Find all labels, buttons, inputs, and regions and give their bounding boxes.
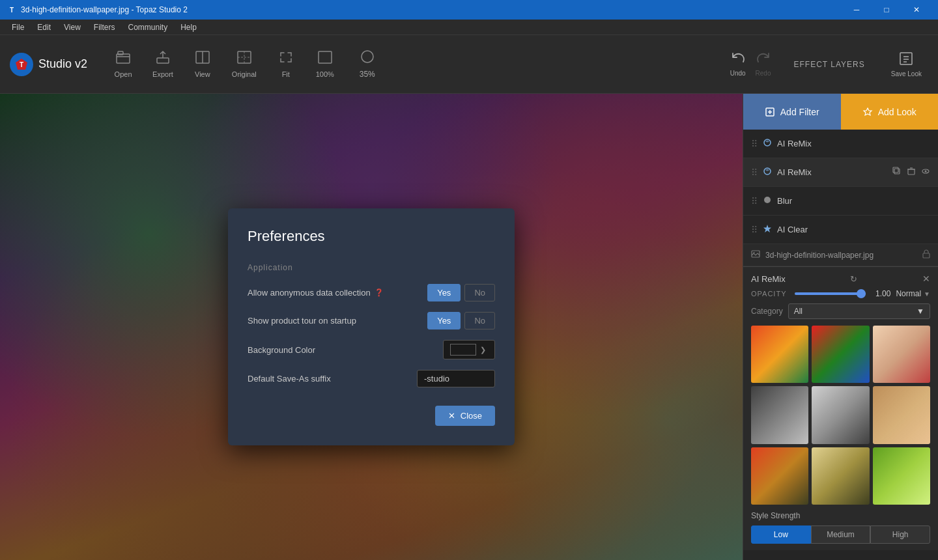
anon-yes-button[interactable]: Yes (427, 284, 461, 301)
undo-button[interactable]: Undo (727, 49, 749, 80)
pref-row-suffix: Default Save-As suffix (248, 370, 495, 387)
source-image-icon (751, 249, 760, 260)
maximize-button[interactable]: □ (872, 0, 902, 20)
layer-delete-icon[interactable] (907, 167, 916, 178)
help-icon-anonymous[interactable]: ❓ (375, 288, 384, 297)
category-chevron-icon: ▼ (917, 307, 924, 316)
thumbnail-6[interactable] (873, 386, 930, 443)
strength-high-button[interactable]: High (870, 525, 930, 544)
layer-name-remix-2: AI ReMix (777, 167, 892, 177)
pref-label-suffix: Default Save-As suffix (248, 374, 417, 384)
zoom100-button[interactable]: 100% (309, 47, 341, 81)
blur-icon (763, 195, 772, 206)
opacity-thumb[interactable] (857, 289, 866, 298)
layer-copy-icon[interactable] (892, 167, 902, 178)
close-button[interactable]: ✕ (902, 0, 931, 20)
thumbnail-4[interactable] (751, 386, 808, 443)
menu-help[interactable]: Help (174, 21, 203, 33)
view-icon (195, 50, 210, 68)
fit-label: Fit (282, 70, 290, 78)
strength-low-button[interactable]: Low (751, 525, 811, 544)
modal-overlay: Preferences Application Allow anonymous … (0, 94, 743, 560)
thumbnail-2[interactable] (812, 326, 869, 383)
svg-rect-26 (908, 169, 915, 175)
undo-icon (731, 52, 745, 68)
thumbnail-5[interactable] (812, 386, 869, 443)
opacity-label: OPACITY (751, 290, 786, 298)
pref-controls-suffix (417, 370, 495, 387)
add-look-button[interactable]: Add Look (841, 94, 939, 130)
thumbnail-1[interactable] (751, 326, 808, 383)
color-swatch (450, 344, 476, 356)
menu-view[interactable]: View (57, 21, 87, 33)
layer-item-remix-2[interactable]: ⠿ AI ReMix (743, 158, 938, 187)
window-controls: ─ □ ✕ (842, 0, 931, 20)
category-row: Category All ▼ (751, 303, 930, 319)
close-label: Close (461, 411, 482, 421)
layer-item-blur[interactable]: ⠿ Blur (743, 187, 938, 216)
logo-text: Studio v2 (38, 57, 87, 71)
close-button[interactable]: ✕ Close (435, 406, 495, 426)
svg-rect-24 (894, 169, 900, 174)
layer-visibility-icon[interactable] (921, 167, 930, 178)
aiclear-icon (763, 224, 772, 235)
svg-point-30 (925, 171, 927, 173)
minimize-button[interactable]: ─ (842, 0, 872, 20)
svg-point-31 (764, 197, 771, 203)
pref-label-tour: Show product tour on startup (248, 316, 427, 326)
thumbnail-7[interactable] (751, 447, 808, 505)
save-suffix-input[interactable] (417, 370, 495, 387)
canvas-area: Preferences Application Allow anonymous … (0, 94, 743, 560)
zoom100-label: 100% (316, 70, 334, 78)
menu-community[interactable]: Community (122, 21, 175, 33)
color-picker-button[interactable]: ❯ (443, 340, 495, 359)
menu-file[interactable]: File (5, 21, 31, 33)
pref-row-tour: Show product tour on startup Yes No (248, 312, 495, 329)
zoom-circle-icon (360, 49, 375, 67)
layer-item-remix-1[interactable]: ⠿ AI ReMix (743, 130, 938, 158)
pref-label-bgcolor: Background Color (248, 345, 443, 355)
svg-point-13 (362, 51, 373, 63)
effect-layers-panel: ⠿ AI ReMix ⠿ AI ReMix (743, 130, 938, 560)
fit-button[interactable]: Fit (270, 47, 302, 81)
svg-rect-6 (157, 58, 169, 63)
export-label: Export (152, 70, 173, 78)
save-look-label: Save Look (891, 70, 922, 77)
redo-button[interactable]: Redo (752, 49, 775, 80)
svg-rect-5 (118, 51, 123, 55)
thumbnail-3[interactable] (873, 326, 930, 383)
tour-yes-button[interactable]: Yes (427, 312, 461, 329)
blend-mode-selector[interactable]: Normal ▼ (896, 289, 930, 298)
toolbar-right: Undo Redo EFFECT LAYERS Save Look (727, 48, 928, 81)
export-button[interactable]: Export (146, 47, 180, 81)
remix-details-panel: AI ReMix ↻ ✕ OPACITY 1.00 Normal ▼ (743, 266, 938, 550)
strength-medium-button[interactable]: Medium (811, 525, 871, 544)
tour-no-button[interactable]: No (464, 312, 495, 329)
redo-label: Redo (756, 70, 771, 77)
pref-row-bgcolor: Background Color ❯ (248, 340, 495, 359)
fit-icon (278, 50, 294, 68)
blend-mode-value: Normal (896, 289, 921, 298)
layer-item-aiclear[interactable]: ⠿ AI Clear (743, 216, 938, 244)
opacity-slider[interactable] (795, 292, 866, 295)
anon-no-button[interactable]: No (464, 284, 495, 301)
remix-close-icon[interactable]: ✕ (922, 273, 930, 284)
thumbnail-9[interactable] (873, 447, 930, 505)
menu-edit[interactable]: Edit (31, 21, 57, 33)
thumbnail-8[interactable] (812, 447, 869, 505)
layer-name-blur: Blur (777, 196, 930, 206)
undo-redo-group: Undo Redo (727, 49, 775, 80)
open-button[interactable]: Open (107, 47, 139, 81)
svg-rect-4 (117, 54, 130, 63)
original-button[interactable]: Original (225, 47, 263, 81)
effect-layers-label: EFFECT LAYERS (793, 60, 864, 69)
save-look-button[interactable]: Save Look (885, 48, 928, 81)
app-icon: T (7, 5, 17, 15)
add-filter-button[interactable]: Add Filter (743, 94, 841, 130)
view-button[interactable]: View (186, 47, 219, 81)
menu-filters[interactable]: Filters (87, 21, 122, 33)
category-select[interactable]: All ▼ (788, 303, 930, 319)
titlebar: T 3d-high-definition-wallpaper.jpg - Top… (0, 0, 938, 20)
svg-text:T: T (10, 7, 14, 14)
refresh-icon[interactable]: ↻ (850, 274, 857, 284)
